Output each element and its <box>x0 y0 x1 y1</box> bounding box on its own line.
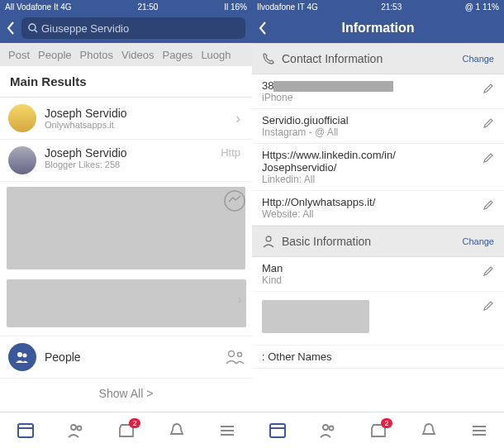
pencil-icon <box>483 265 494 277</box>
add-people-button[interactable] <box>226 350 245 365</box>
result-row[interactable]: Joseph Servidio Onlywhatsapps.it › <box>0 98 252 140</box>
friends-icon <box>67 422 85 440</box>
tab-pages[interactable]: Pages <box>163 49 193 61</box>
edit-button[interactable] <box>483 300 494 312</box>
result-image-placeholder <box>7 279 246 327</box>
tab-places[interactable]: Luogh <box>201 49 231 61</box>
search-icon <box>28 23 38 33</box>
nav-badge: 2 <box>381 418 392 428</box>
svg-point-9 <box>71 425 76 430</box>
pencil-icon <box>483 83 494 94</box>
svg-point-18 <box>329 426 333 430</box>
messenger-button[interactable] <box>224 190 245 212</box>
instagram-label: Instagram - @ All <box>262 126 494 138</box>
chevron-right-icon[interactable]: › <box>234 291 245 308</box>
edit-button[interactable] <box>483 265 494 277</box>
change-link[interactable]: Change <box>462 54 494 64</box>
section-label: Contact Information <box>282 52 383 65</box>
bottom-nav: 2 <box>0 412 252 448</box>
pencil-icon <box>483 300 494 312</box>
person-icon <box>262 235 275 248</box>
edit-button[interactable] <box>483 83 494 94</box>
nav-feed[interactable] <box>17 422 35 440</box>
redacted-row[interactable] <box>252 292 504 346</box>
nav-feed[interactable] <box>269 422 287 440</box>
redacted-phone <box>273 81 393 92</box>
nav-marketplace[interactable]: 2 <box>117 422 136 440</box>
nav-menu[interactable] <box>470 422 488 440</box>
redacted-block <box>262 300 369 333</box>
result-image-placeholder <box>7 187 245 269</box>
svg-point-10 <box>77 426 81 430</box>
people-icon <box>8 343 36 371</box>
phone-icon <box>262 52 275 65</box>
svg-point-17 <box>323 425 328 430</box>
phone-row[interactable]: 38 iPhone <box>252 74 504 109</box>
chevron-right-icon: › <box>232 110 244 127</box>
pencil-icon <box>483 117 494 129</box>
phone-label: iPhone <box>262 92 494 103</box>
avatar <box>8 104 36 132</box>
gender-label: Kind <box>262 274 494 286</box>
feed-icon <box>17 422 35 440</box>
bell-icon <box>168 422 186 440</box>
edit-button[interactable] <box>483 117 494 129</box>
feed-icon <box>269 422 287 440</box>
svg-point-14 <box>266 236 271 241</box>
avatar <box>8 146 36 174</box>
contact-info-section: Contact Information Change <box>252 43 504 74</box>
pencil-icon <box>483 152 494 164</box>
tab-photos[interactable]: Photos <box>80 49 113 61</box>
linkedin-label: Linkedin: All <box>262 174 494 185</box>
result-name: Joseph Servidio <box>45 146 217 160</box>
bell-icon <box>420 422 438 440</box>
linkedin-row[interactable]: Https://www.linkedin.com/in/ Josephservi… <box>252 144 504 191</box>
status-bar: Ilvodafone IT 4G 21:53 @ 1 11% <box>252 0 504 13</box>
people-row[interactable]: People <box>0 336 252 379</box>
chevron-left-icon <box>7 21 15 35</box>
svg-point-2 <box>225 191 245 211</box>
edit-button[interactable] <box>483 152 494 164</box>
result-sub: Blogger Likes: 258 <box>45 160 217 169</box>
search-results-screen: All Vodafone It 4G 21:50 Il 16% Giuseppe… <box>0 0 252 448</box>
information-screen: Ilvodafone IT 4G 21:53 @ 1 11% Informati… <box>252 0 504 448</box>
svg-rect-7 <box>18 424 33 437</box>
nav-marketplace[interactable]: 2 <box>369 422 388 440</box>
chevron-left-icon <box>259 21 267 35</box>
nav-friends[interactable] <box>67 422 85 440</box>
nav-notifications[interactable] <box>168 422 186 440</box>
other-names-row[interactable]: : Other Names <box>252 346 504 369</box>
info-content: Contact Information Change 38 iPhone Ser… <box>252 43 504 412</box>
other-names-label: : Other Names <box>262 350 494 363</box>
show-all-button[interactable]: Show All > <box>0 379 252 408</box>
website-url: Http://Onlywhatsapps.it/ <box>262 196 494 208</box>
tab-post[interactable]: Post <box>8 49 30 61</box>
back-button[interactable] <box>259 21 267 35</box>
back-button[interactable] <box>7 21 15 35</box>
battery-label: @ 1 11% <box>465 2 499 12</box>
instagram-row[interactable]: Servidio.giuofficial Instagram - @ All <box>252 109 504 144</box>
edit-button[interactable] <box>483 199 494 211</box>
search-input[interactable]: Giuseppe Servidio <box>21 17 245 39</box>
main-results-heading: Main Results <box>0 66 252 98</box>
tab-people[interactable]: People <box>38 49 71 61</box>
messenger-icon <box>224 190 245 212</box>
result-name: Joseph Servidio <box>45 107 232 120</box>
instagram-value: Servidio.giuofficial <box>262 114 494 126</box>
svg-point-0 <box>29 24 36 31</box>
svg-point-3 <box>17 352 22 357</box>
nav-notifications[interactable] <box>420 422 438 440</box>
website-row[interactable]: Http://Onlywhatsapps.it/ Website: All <box>252 191 504 226</box>
change-link[interactable]: Change <box>462 236 494 246</box>
linkedin-url: Https://www.linkedin.com/in/ <box>262 149 494 161</box>
svg-point-5 <box>229 351 235 357</box>
status-time: 21:53 <box>381 2 402 12</box>
nav-menu[interactable] <box>218 422 236 440</box>
hamburger-icon <box>470 422 488 440</box>
nav-friends[interactable] <box>319 422 337 440</box>
search-query: Giuseppe Servidio <box>41 22 129 35</box>
tab-videos[interactable]: Videos <box>121 49 155 61</box>
gender-row[interactable]: Man Kind <box>252 257 504 292</box>
svg-rect-15 <box>270 424 285 437</box>
result-row[interactable]: Joseph Servidio Blogger Likes: 258 Http <box>0 140 252 182</box>
